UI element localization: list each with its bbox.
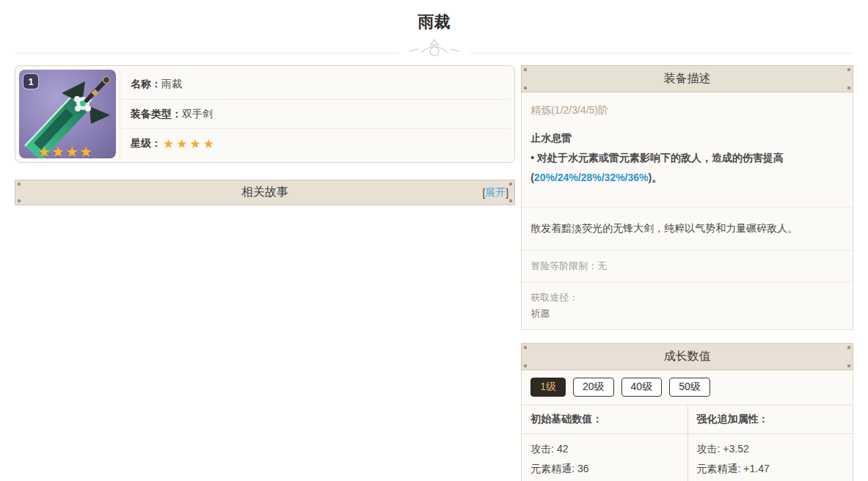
page-title: 雨裁 — [0, 0, 868, 33]
skill-description-suffix: )。 — [649, 172, 663, 183]
corner-dot-icon — [524, 364, 527, 367]
tab-level-20[interactable]: 20级 — [573, 378, 614, 397]
upgrade-elemental-mastery-value: 元素精通: +1.47 — [697, 459, 844, 479]
base-attack-value: 攻击: 42 — [530, 439, 678, 459]
left-column: 1 — [15, 65, 515, 205]
base-elemental-mastery-value: 元素精通: 36 — [530, 459, 678, 479]
upgrade-stats-header: 强化追加属性： — [688, 405, 853, 434]
divider-ornament-icon — [399, 37, 470, 56]
weapon-attributes: 名称： 雨裁 装备类型： 双手剑 星级： ★★★★ — [120, 70, 511, 158]
base-stats-values: 攻击: 42 元素精通: 36 — [522, 434, 687, 481]
refinement-badge: 1 — [23, 73, 39, 89]
growth-stats-header: 成长数值 — [521, 343, 853, 370]
refinement-rank-label: 精炼(1/2/3/4/5)阶 — [530, 104, 844, 117]
skill-name: 止水息雷 — [530, 132, 844, 145]
corner-dot-icon — [847, 364, 850, 367]
equipment-description-header: 装备描述 — [521, 65, 853, 92]
corner-dot-icon — [524, 346, 527, 349]
base-stats-column: 初始基础数值： 攻击: 42 元素精通: 36 — [522, 405, 687, 481]
obtain-value: 祈愿 — [530, 307, 844, 320]
expand-link[interactable]: 展开 — [485, 186, 506, 199]
weapon-rarity-row: 星级： ★★★★ — [120, 129, 511, 158]
adventure-rank-limit: 冒险等阶限制：无 — [522, 250, 853, 282]
corner-dot-icon — [509, 199, 512, 202]
equipment-description-panel: 装备描述 精炼(1/2/3/4/5)阶 止水息雷 • 对处于水元素或雷元素影响下… — [521, 65, 853, 330]
weapon-name-row: 名称： 雨裁 — [120, 70, 511, 100]
corner-dot-icon — [18, 183, 21, 186]
skill-values-highlight: 20%/24%/28%/32%/36% — [534, 172, 649, 183]
rarity-stars-icon: ★★★★ — [163, 136, 216, 152]
corner-dot-icon — [18, 199, 21, 202]
stats-table: 初始基础数值： 攻击: 42 元素精通: 36 强化追加属性： 攻击: +3.5… — [522, 405, 853, 481]
tab-level-40[interactable]: 40级 — [621, 378, 663, 397]
equipment-description-body: 精炼(1/2/3/4/5)阶 止水息雷 • 对处于水元素或雷元素影响下的敌人，造… — [521, 92, 853, 330]
flavor-text: 散发着黯淡荧光的无锋大剑，纯粹以气势和力量碾碎敌人。 — [522, 207, 853, 250]
weapon-info-card: 1 — [15, 65, 515, 163]
upgrade-stats-column: 强化追加属性： 攻击: +3.52 元素精通: +1.47 — [688, 405, 853, 481]
weapon-name-label: 名称： — [131, 78, 161, 91]
corner-dot-icon — [847, 68, 850, 71]
corner-dot-icon — [509, 183, 512, 186]
weapon-rarity-label: 星级： — [131, 137, 161, 150]
weapon-type-row: 装备类型： 双手剑 — [120, 100, 511, 130]
level-tabs: 1级 20级 40级 50级 — [522, 370, 853, 405]
weapon-name-value: 雨裁 — [161, 78, 182, 91]
corner-dot-icon — [524, 68, 527, 71]
related-story-bar: 相关故事 [展开] — [15, 180, 515, 205]
growth-stats-panel: 成长数值 1级 20级 40级 50级 初始基础数值： 攻击: 42 元素精通:… — [521, 343, 853, 481]
corner-dot-icon — [847, 346, 850, 349]
equipment-description-title: 装备描述 — [664, 71, 711, 87]
growth-stats-title: 成长数值 — [664, 349, 711, 364]
title-divider — [15, 33, 853, 56]
corner-dot-icon — [847, 87, 850, 89]
tab-level-50[interactable]: 50级 — [669, 378, 710, 397]
corner-dot-icon — [524, 87, 527, 89]
growth-stats-body: 1级 20级 40级 50级 初始基础数值： 攻击: 42 元素精通: 36 强… — [521, 370, 853, 481]
upgrade-stats-values: 攻击: +3.52 元素精通: +1.47 — [688, 434, 853, 481]
thumbnail-rarity-stars: ★★★★ — [37, 143, 93, 158]
right-column: 装备描述 精炼(1/2/3/4/5)阶 止水息雷 • 对处于水元素或雷元素影响下… — [521, 65, 853, 481]
upgrade-attack-value: 攻击: +3.52 — [697, 439, 844, 459]
skill-description: • 对处于水元素或雷元素影响下的敌人，造成的伤害提高(20%/24%/28%/3… — [530, 148, 844, 188]
bracket-close: ] — [506, 187, 508, 199]
base-stats-header: 初始基础数值： — [522, 405, 687, 434]
main-content: 1 — [0, 65, 868, 481]
tab-level-1[interactable]: 1级 — [530, 378, 566, 397]
weapon-type-value: 双手剑 — [182, 108, 213, 121]
obtain-label: 获取途径： — [530, 291, 844, 304]
obtain-section: 获取途径： 祈愿 — [522, 282, 853, 329]
related-story-title: 相关故事 — [241, 185, 288, 200]
skill-section: 精炼(1/2/3/4/5)阶 止水息雷 • 对处于水元素或雷元素影响下的敌人，造… — [522, 92, 853, 207]
story-expand-control: [展开] — [482, 180, 508, 205]
weapon-type-label: 装备类型： — [131, 108, 182, 121]
weapon-thumbnail: 1 — [19, 70, 116, 158]
